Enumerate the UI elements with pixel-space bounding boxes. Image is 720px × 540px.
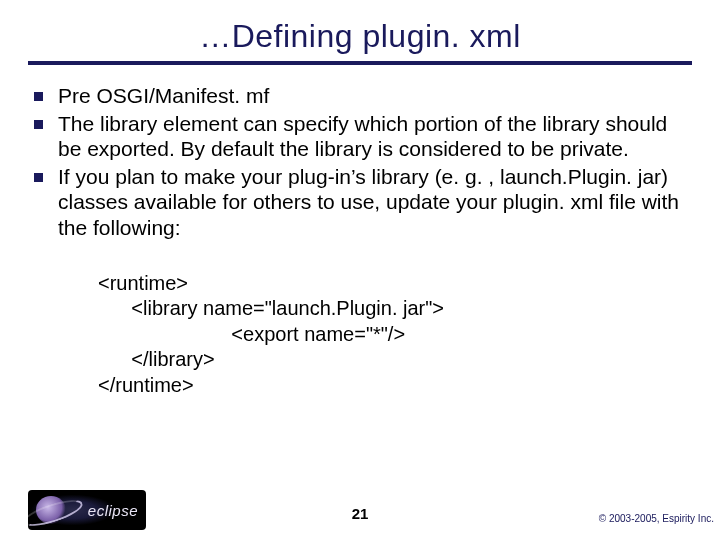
slide-content: Pre OSGI/Manifest. mf The library elemen… [0,65,720,399]
eclipse-logo-text: eclipse [88,502,138,519]
slide-title: …Defining plugin. xml [0,18,720,55]
slide-footer: eclipse 21 © 2003-2005, Espirity Inc. [0,484,720,530]
bullet-item: The library element can specify which po… [28,111,692,162]
page-number: 21 [352,505,369,522]
bullet-item: Pre OSGI/Manifest. mf [28,83,692,109]
bullet-item: If you plan to make your plug-in’s libra… [28,164,692,241]
eclipse-logo: eclipse [28,490,146,530]
bullet-list: Pre OSGI/Manifest. mf The library elemen… [28,83,692,241]
copyright-text: © 2003-2005, Espirity Inc. [599,513,714,524]
code-snippet: <runtime> <library name="launch.Plugin. … [98,271,692,399]
